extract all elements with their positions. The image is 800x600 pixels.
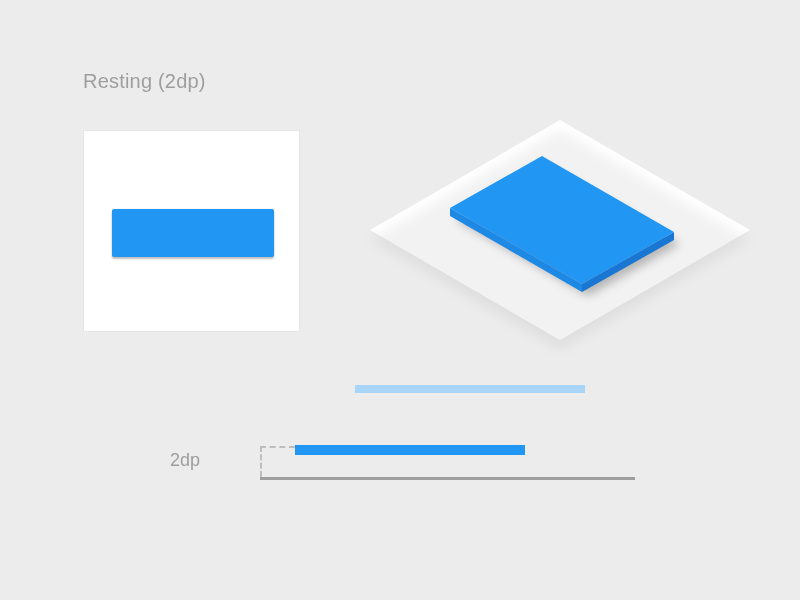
elevation-bars xyxy=(175,370,675,570)
leader-line-horizontal xyxy=(260,446,295,448)
leader-line-vertical xyxy=(260,446,262,477)
diagram-stage: Resting (2dp) xyxy=(0,0,800,600)
svg-rect-7 xyxy=(295,445,525,455)
page-title: Resting (2dp) xyxy=(83,70,206,93)
flat-surface-card xyxy=(83,130,300,332)
elevation-diagram: 2dp xyxy=(175,370,675,570)
elevation-label: 2dp xyxy=(170,450,200,471)
svg-rect-6 xyxy=(355,385,585,393)
isometric-view xyxy=(350,80,770,360)
raised-button-flat xyxy=(112,209,274,257)
svg-rect-8 xyxy=(260,477,635,480)
